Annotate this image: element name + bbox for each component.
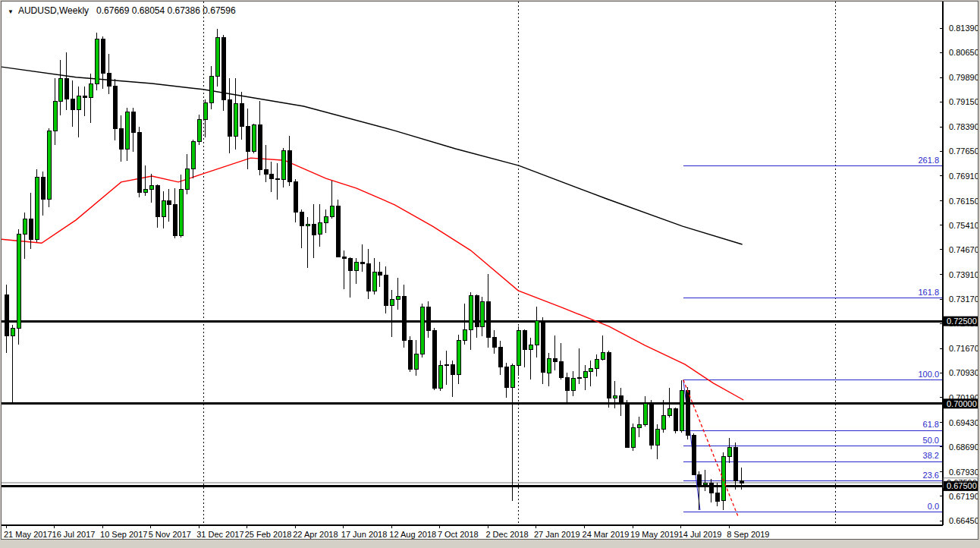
svg-text:0.67190: 0.67190 xyxy=(949,492,978,501)
svg-text:8 Sep 2019: 8 Sep 2019 xyxy=(727,530,769,539)
svg-text:23.6: 23.6 xyxy=(923,471,939,480)
svg-text:0.75410: 0.75410 xyxy=(949,221,978,230)
axis-frame xyxy=(2,2,943,525)
mt4-chart-screenshot: { "header": { "marker": "▼", "title": "A… xyxy=(0,0,980,548)
svg-text:0.80650: 0.80650 xyxy=(949,48,978,57)
svg-text:25 Feb 2018: 25 Feb 2018 xyxy=(245,530,292,539)
svg-text:100.0: 100.0 xyxy=(918,370,939,379)
price-chart-canvas[interactable]: 0.023.638.250.061.8100.0161.8261.80.8139… xyxy=(2,2,978,539)
svg-text:27 Jan 2019: 27 Jan 2019 xyxy=(534,530,580,539)
svg-text:0.78390: 0.78390 xyxy=(949,122,978,131)
svg-text:17 Jun 2018: 17 Jun 2018 xyxy=(341,530,388,539)
svg-text:19 May 2019: 19 May 2019 xyxy=(630,530,679,539)
svg-text:10 Sep 2017: 10 Sep 2017 xyxy=(100,530,147,539)
svg-text:21 May 2017: 21 May 2017 xyxy=(4,530,52,539)
svg-text:24 Mar 2019: 24 Mar 2019 xyxy=(583,530,630,539)
svg-text:0.66450: 0.66450 xyxy=(949,516,978,525)
svg-text:0.71670: 0.71670 xyxy=(949,344,978,353)
svg-text:0.76910: 0.76910 xyxy=(949,172,978,181)
svg-text:0.81390: 0.81390 xyxy=(949,24,978,33)
svg-text:31 Dec 2017: 31 Dec 2017 xyxy=(196,530,243,539)
svg-text:50.0: 50.0 xyxy=(923,436,939,445)
svg-text:0.67930: 0.67930 xyxy=(949,468,978,477)
chart-window: 0.023.638.250.061.8100.0161.8261.80.8139… xyxy=(1,1,978,540)
collapse-triangle-icon[interactable]: ▼ xyxy=(8,8,14,15)
svg-text:2 Dec 2018: 2 Dec 2018 xyxy=(485,530,528,539)
x-axis-labels: 21 May 201716 Jul 201710 Sep 20175 Nov 2… xyxy=(4,525,769,539)
candles xyxy=(5,29,743,510)
svg-text:0.67500: 0.67500 xyxy=(947,481,977,490)
svg-text:61.8: 61.8 xyxy=(923,420,939,429)
svg-text:0.73910: 0.73910 xyxy=(949,270,978,279)
chart-title: ▼ AUDUSD,Weekly 0.67669 0.68054 0.67386 … xyxy=(8,5,236,16)
svg-text:0.73170: 0.73170 xyxy=(949,294,978,304)
svg-text:5 Nov 2017: 5 Nov 2017 xyxy=(149,530,191,539)
svg-text:0.68690: 0.68690 xyxy=(949,442,978,452)
svg-text:16 Jul 2017: 16 Jul 2017 xyxy=(52,530,96,539)
svg-text:161.8: 161.8 xyxy=(918,288,939,297)
svg-text:0.69430: 0.69430 xyxy=(949,418,978,427)
svg-text:0.76150: 0.76150 xyxy=(949,197,978,206)
svg-text:0.79150: 0.79150 xyxy=(949,97,978,106)
svg-text:0.74670: 0.74670 xyxy=(949,245,978,254)
slow-ma xyxy=(2,67,743,244)
svg-text:0.77650: 0.77650 xyxy=(949,146,978,156)
svg-text:0.70930: 0.70930 xyxy=(949,368,978,377)
svg-text:0.72500: 0.72500 xyxy=(947,317,977,326)
y-axis-labels: 0.813900.806500.798900.791500.783900.776… xyxy=(940,24,978,525)
svg-text:12 Aug 2018: 12 Aug 2018 xyxy=(389,530,436,539)
ohlc-values: 0.67669 0.68054 0.67386 0.67596 xyxy=(96,5,236,16)
svg-text:0.70000: 0.70000 xyxy=(947,399,977,408)
svg-text:38.2: 38.2 xyxy=(923,451,939,460)
svg-text:0.0: 0.0 xyxy=(928,502,939,511)
symbol-timeframe-label: AUDUSD,Weekly xyxy=(18,5,89,16)
svg-text:261.8: 261.8 xyxy=(918,156,939,165)
svg-text:22 Apr 2018: 22 Apr 2018 xyxy=(293,530,338,539)
svg-text:0.79890: 0.79890 xyxy=(949,73,978,82)
level-price-boxes: 0.725000.700000.67500 xyxy=(944,317,978,491)
svg-text:7 Oct 2018: 7 Oct 2018 xyxy=(438,530,479,539)
svg-text:14 Jul 2019: 14 Jul 2019 xyxy=(679,530,722,539)
period-separators xyxy=(203,2,835,525)
